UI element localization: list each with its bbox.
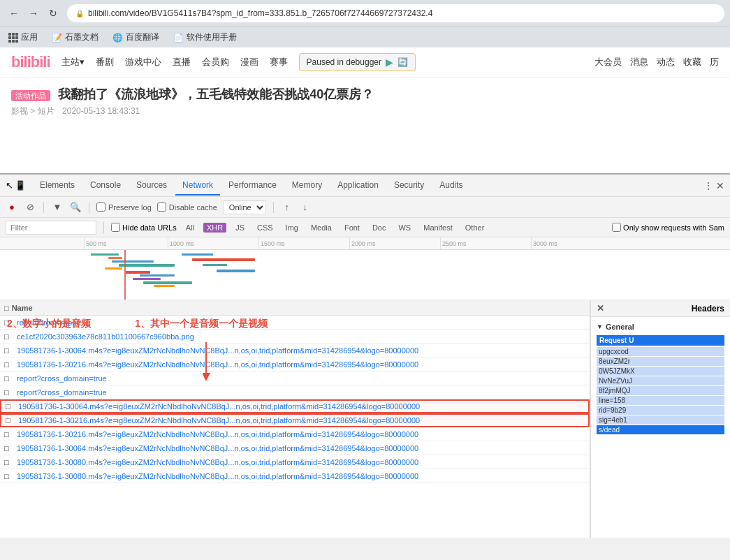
- tab-network[interactable]: Network: [175, 176, 220, 196]
- nav-game[interactable]: 游戏中心: [125, 56, 161, 68]
- video-meta: 影视 > 短片 2020-05-13 18:43:31: [11, 105, 719, 123]
- nav-live[interactable]: 直播: [173, 56, 191, 68]
- disable-cache-input[interactable]: [157, 202, 166, 212]
- nav-comic[interactable]: 漫画: [240, 56, 258, 68]
- row-name: 190581736-1-30216.m4s?e=ig8euxZM2rNcNbdl…: [18, 416, 584, 425]
- device-icon: 📱: [15, 180, 26, 191]
- row-checkbox[interactable]: □: [4, 458, 14, 466]
- disable-cache-checkbox[interactable]: Disable cache: [157, 202, 217, 212]
- toolbar-sep-1: [43, 202, 44, 213]
- filter-all[interactable]: All: [182, 223, 198, 233]
- stop-button[interactable]: ⊘: [24, 201, 36, 214]
- sam-filter-checkbox[interactable]: Only show requests with Sam: [612, 223, 724, 232]
- row-checkbox[interactable]: □: [4, 346, 14, 355]
- url-value-1: upgcxcod: [597, 347, 724, 356]
- bookmark-baidu[interactable]: 🌐 百度翻译: [110, 30, 162, 45]
- search-button[interactable]: 🔍: [69, 201, 82, 214]
- filter-ws[interactable]: WS: [395, 223, 414, 233]
- export-button[interactable]: ↓: [299, 201, 312, 214]
- throttle-select[interactable]: Online: [223, 200, 266, 214]
- filter-js[interactable]: JS: [232, 223, 248, 233]
- row-checkbox[interactable]: □: [6, 402, 15, 411]
- bookmark-apps[interactable]: 应用: [6, 30, 41, 45]
- debugger-play-icon[interactable]: ▶: [386, 57, 393, 68]
- tab-sources[interactable]: Sources: [129, 176, 174, 196]
- forward-button[interactable]: →: [25, 5, 42, 22]
- filter-doc[interactable]: Doc: [369, 223, 390, 233]
- back-button[interactable]: ←: [6, 5, 22, 22]
- row-name: ce1cf2020c303963e78c811b01100667c960bba.…: [17, 332, 585, 341]
- bookmark-shimo[interactable]: 📝 石墨文档: [49, 30, 101, 45]
- record-button[interactable]: ●: [6, 201, 18, 214]
- tick-3000: 3000 ms: [531, 237, 730, 249]
- close-panel-button[interactable]: ✕: [597, 303, 604, 314]
- row-checkbox[interactable]: □: [4, 360, 14, 369]
- row-checkbox[interactable]: □: [4, 472, 14, 480]
- list-row[interactable]: □ 190581736-1-30216.m4s?e=ig8euxZM2rNcNb…: [0, 358, 590, 371]
- nav-bigvip[interactable]: 大会员: [594, 56, 622, 68]
- preserve-log-checkbox[interactable]: Preserve log: [96, 202, 152, 212]
- bili-logo[interactable]: bilibili: [11, 53, 50, 71]
- filter-input[interactable]: [6, 221, 96, 235]
- url-value-8: sig=4eb1: [597, 415, 724, 425]
- list-row[interactable]: □ report?from=report: [0, 316, 590, 330]
- list-row[interactable]: □ 190581736-1-30064.m4s?e=ig8euxZM2rNcNb…: [0, 344, 590, 358]
- tab-console[interactable]: Console: [83, 176, 128, 196]
- list-row[interactable]: □ 190581736-1-30080.m4s?e=ig8euxZM2rNcNb…: [0, 455, 590, 469]
- row-checkbox[interactable]: □: [4, 388, 14, 397]
- tab-security[interactable]: Security: [387, 176, 431, 196]
- preserve-log-input[interactable]: [96, 202, 105, 212]
- right-nav: 大会员 消息 动态 收藏 历: [594, 56, 719, 68]
- tab-memory[interactable]: Memory: [285, 176, 329, 196]
- list-row[interactable]: □ ce1cf2020c303963e78c811b01100667c960bb…: [0, 330, 590, 344]
- tab-application[interactable]: Application: [330, 176, 386, 196]
- list-row[interactable]: □ 190581736-1-30216.m4s?e=ig8euxZM2rNcNb…: [0, 427, 590, 441]
- filter-button[interactable]: ▼: [51, 201, 64, 214]
- filter-img[interactable]: Img: [282, 223, 302, 233]
- address-bar[interactable]: 🔒 bilibili.com/video/BV1G5411s7B4?spm_id…: [67, 4, 724, 22]
- row-checkbox[interactable]: □: [4, 318, 14, 327]
- apps-icon: [8, 33, 18, 43]
- filter-manifest[interactable]: Manifest: [420, 223, 456, 233]
- reload-button[interactable]: ↻: [45, 5, 61, 22]
- row-checkbox[interactable]: □: [4, 430, 14, 439]
- nav-dynamic[interactable]: 动态: [657, 56, 675, 68]
- import-button[interactable]: ↑: [281, 201, 293, 214]
- nav-favorite[interactable]: 收藏: [683, 56, 701, 68]
- list-row-highlighted-1[interactable]: □ 190581736-1-30064.m4s?e=ig8euxZM2rNcNb…: [0, 399, 590, 413]
- tab-audits[interactable]: Audits: [432, 176, 469, 196]
- list-row-highlighted-2[interactable]: □ 190581736-1-30216.m4s?e=ig8euxZM2rNcNb…: [0, 413, 590, 427]
- nav-series[interactable]: 番剧: [96, 56, 114, 68]
- debugger-refresh-icon[interactable]: 🔄: [397, 57, 408, 67]
- sam-filter-input[interactable]: [612, 223, 621, 232]
- list-row[interactable]: □ report?cross_domain=true: [0, 385, 590, 399]
- hide-data-urls-checkbox[interactable]: Hide data URLs: [111, 223, 177, 232]
- filter-css[interactable]: CSS: [254, 223, 277, 233]
- list-row[interactable]: □ 190581736-1-30080.m4s?e=ig8euxZM2rNcNb…: [0, 469, 590, 483]
- url-values-list: upgcxcod 8euxZM2r 0W5JZMkX NvNeZVuJ 8f2j…: [597, 347, 724, 434]
- row-checkbox[interactable]: □: [4, 332, 14, 341]
- nav-home[interactable]: 主站▾: [61, 56, 85, 68]
- tab-performance[interactable]: Performance: [221, 176, 284, 196]
- row-checkbox[interactable]: □: [4, 374, 14, 383]
- hide-data-urls-input[interactable]: [111, 223, 120, 232]
- filter-other[interactable]: Other: [462, 223, 488, 233]
- list-row[interactable]: □ 190581736-1-30064.m4s?e=ig8euxZM2rNcNb…: [0, 441, 590, 455]
- manual-icon: 📄: [173, 33, 184, 43]
- list-row[interactable]: □ report?cross_domain=true: [0, 371, 590, 385]
- tick-1500: 1500 ms: [258, 237, 349, 249]
- tab-elements[interactable]: Elements: [33, 176, 82, 196]
- filter-font[interactable]: Font: [341, 223, 363, 233]
- row-checkbox[interactable]: □: [4, 444, 14, 452]
- filter-media[interactable]: Media: [307, 223, 335, 233]
- bookmark-manual[interactable]: 📄 软件使用手册: [170, 30, 240, 45]
- row-checkbox[interactable]: □: [6, 416, 15, 425]
- nav-history[interactable]: 历: [710, 56, 719, 68]
- nav-message[interactable]: 消息: [630, 56, 648, 68]
- nav-vip[interactable]: 会员购: [202, 56, 229, 68]
- section-general-header: General: [597, 320, 724, 334]
- filter-xhr[interactable]: XHR: [203, 223, 226, 233]
- row-name: 190581736-1-30064.m4s?e=ig8euxZM2rNcNbdl…: [18, 402, 584, 411]
- nav-events[interactable]: 赛事: [270, 56, 288, 68]
- devtools-close-icon[interactable]: ✕: [716, 180, 724, 191]
